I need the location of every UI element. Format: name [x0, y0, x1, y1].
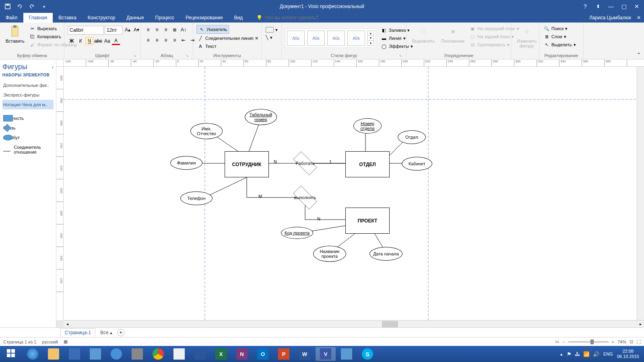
- bold-button[interactable]: Ж: [68, 37, 76, 45]
- start-button[interactable]: [2, 347, 22, 361]
- attr-surname[interactable]: Фамилия: [170, 156, 202, 170]
- tab-data[interactable]: Данные: [121, 13, 149, 23]
- close-pane-icon[interactable]: ✕: [637, 15, 641, 21]
- taskbar-powerpoint[interactable]: P: [274, 347, 294, 361]
- ribbon-display-icon[interactable]: ⬍: [592, 2, 604, 11]
- tray-clock[interactable]: 22:08 06.10.2015: [617, 349, 639, 359]
- close-button[interactable]: ✕: [631, 2, 642, 11]
- taskbar-word[interactable]: W: [295, 347, 315, 361]
- relation-work[interactable]: Работать: [289, 153, 321, 173]
- attr-start-date[interactable]: Дата начала: [369, 247, 402, 261]
- macro-icon[interactable]: ▦: [64, 339, 68, 344]
- shape-attribute[interactable]: Атрибут: [2, 133, 54, 142]
- attr-dep-number[interactable]: Номер отдела: [353, 118, 382, 134]
- attr-cabinet[interactable]: Кабинет: [402, 157, 432, 171]
- entity-department[interactable]: ОТДЕЛ: [345, 151, 390, 177]
- grow-font-button[interactable]: A▴: [124, 26, 132, 34]
- position-button[interactable]: ⊞Положение: [439, 24, 467, 44]
- tab-process[interactable]: Процесс: [150, 13, 180, 23]
- qat-customize-icon[interactable]: ▾: [39, 2, 48, 11]
- taskbar-excel[interactable]: X: [211, 347, 231, 361]
- font-launcher-icon[interactable]: ↘: [132, 53, 137, 58]
- align-right-button[interactable]: ≡: [162, 36, 170, 44]
- layers-button[interactable]: ≣Слои▾: [543, 33, 567, 40]
- font-name-combo[interactable]: [68, 26, 104, 35]
- tray-volume-icon[interactable]: 🔊: [593, 351, 599, 357]
- shapes-quick-link[interactable]: Экспресс-фигуры: [2, 90, 54, 100]
- shapes-more-link[interactable]: Дополнительные фиг..: [2, 80, 54, 90]
- tab-home[interactable]: Главная: [23, 13, 53, 23]
- language-status[interactable]: русский: [42, 339, 58, 344]
- attr-dep[interactable]: Отдел: [398, 130, 426, 144]
- select-button[interactable]: ↖Выделить▾: [543, 41, 577, 48]
- paste-button[interactable]: Вставить: [3, 24, 27, 44]
- scroll-right-icon[interactable]: ▸: [637, 321, 644, 327]
- tab-file[interactable]: Файл: [0, 13, 23, 23]
- taskbar-app[interactable]: [127, 347, 147, 361]
- guide-vertical[interactable]: [428, 67, 429, 320]
- connector-tool-button[interactable]: ╱Соединительная линия✕: [196, 35, 259, 42]
- attr-tab-number[interactable]: Табельный номер: [245, 109, 277, 125]
- taskbar-app[interactable]: [190, 347, 210, 361]
- taskbar-app[interactable]: [106, 347, 126, 361]
- tab-view[interactable]: Вид: [229, 13, 249, 23]
- align-left-button[interactable]: ≡: [144, 36, 152, 44]
- align-top-button[interactable]: ≡: [144, 26, 152, 34]
- tab-design[interactable]: Конструктор: [82, 13, 121, 23]
- user-account[interactable]: Лариса Цымбалюк ✕: [589, 13, 644, 23]
- tell-me-search[interactable]: 💡: [248, 13, 337, 23]
- styles-launcher-icon[interactable]: ↘: [398, 53, 403, 58]
- shape-relation[interactable]: Связь: [2, 123, 54, 133]
- taskbar-chrome[interactable]: [148, 347, 168, 361]
- drawing-canvas[interactable]: СОТРУДНИК ОТДЕЛ ПРОЕКТ Работать выполнят…: [64, 67, 644, 320]
- style-item[interactable]: Абв: [287, 31, 305, 46]
- taskbar-app[interactable]: [64, 347, 85, 361]
- indent-dec-button[interactable]: ⇤: [180, 36, 188, 44]
- page-tab-1[interactable]: Страница-1: [60, 328, 95, 337]
- scroll-left-icon[interactable]: ◂: [64, 321, 71, 327]
- taskbar-visio[interactable]: V: [316, 347, 336, 361]
- taskbar-ie[interactable]: [23, 347, 43, 361]
- delete-icon[interactable]: ✕: [255, 36, 258, 41]
- relation-perform[interactable]: выполнять: [289, 187, 321, 208]
- taskbar-app[interactable]: [169, 347, 189, 361]
- tell-me-input[interactable]: [265, 15, 337, 21]
- redo-icon[interactable]: [27, 2, 36, 11]
- zoom-slider[interactable]: [568, 341, 609, 343]
- font-size-combo[interactable]: [105, 26, 123, 35]
- tray-network-icon[interactable]: 🖧: [575, 351, 580, 357]
- entity-project[interactable]: ПРОЕКТ: [345, 208, 390, 234]
- shape-styles-gallery[interactable]: Абв Абв Абв Абв ▴▾▾: [285, 29, 376, 48]
- gallery-up-icon[interactable]: ▴: [368, 31, 374, 36]
- ruler-horizontal[interactable]: -140-100-60-40-2002040608010012014016018…: [64, 60, 644, 67]
- align-middle-button[interactable]: ≡: [153, 26, 161, 34]
- line-tool-button[interactable]: ╲▾: [265, 35, 273, 41]
- gallery-more-icon[interactable]: ▾: [368, 41, 374, 45]
- scrollbar-horizontal[interactable]: ◂ ▸: [64, 320, 644, 327]
- undo-icon[interactable]: [15, 2, 24, 11]
- presentation-mode-icon[interactable]: ▭: [555, 339, 559, 344]
- case-button[interactable]: Aa: [103, 37, 111, 45]
- add-page-button[interactable]: +: [117, 329, 124, 336]
- align-center-button[interactable]: ≡: [153, 36, 161, 44]
- italic-button[interactable]: К: [76, 37, 85, 45]
- style-item[interactable]: Абв: [347, 31, 365, 46]
- tray-wifi-icon[interactable]: 📶: [583, 351, 590, 357]
- style-item[interactable]: Абв: [307, 31, 325, 46]
- zoom-level[interactable]: 74%: [617, 339, 626, 344]
- save-icon[interactable]: [3, 2, 12, 11]
- underline-button[interactable]: Ч: [85, 37, 93, 45]
- shape-entity[interactable]: Сущность: [2, 113, 54, 123]
- shrink-font-button[interactable]: A▾: [132, 26, 140, 34]
- rectangle-tool-button[interactable]: ▾: [265, 27, 279, 33]
- help-icon[interactable]: ?: [580, 2, 591, 11]
- strike-button[interactable]: abc: [94, 37, 102, 45]
- collapse-pane-icon[interactable]: ‹: [52, 64, 54, 70]
- justify-button[interactable]: ≡: [171, 36, 179, 44]
- attr-project-name[interactable]: Название проекта: [313, 246, 346, 262]
- zoom-thumb[interactable]: [590, 339, 594, 344]
- text-tool-button[interactable]: AТекст: [196, 43, 217, 50]
- font-color-button[interactable]: A: [112, 37, 120, 45]
- find-button[interactable]: 🔍Поиск▾: [543, 25, 568, 32]
- shape-connector[interactable]: Соединитель отношения: [2, 142, 54, 157]
